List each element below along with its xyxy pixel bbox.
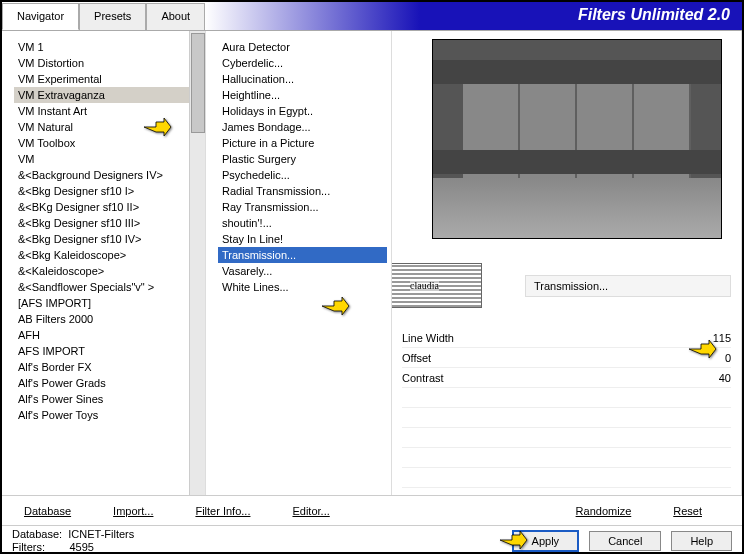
param-name: Contrast (402, 372, 691, 384)
param-row[interactable]: Contrast40 (402, 368, 731, 388)
filter-item[interactable]: Hallucination... (218, 71, 387, 87)
category-item[interactable]: &<Bkg Designer sf10 I> (14, 183, 201, 199)
filter-item[interactable]: Aura Detector (218, 39, 387, 55)
category-item[interactable]: VM Distortion (14, 55, 201, 71)
category-item[interactable]: Alf's Border FX (14, 359, 201, 375)
param-value: 0 (691, 352, 731, 364)
category-item[interactable]: VM 1 (14, 39, 201, 55)
filter-item[interactable]: Picture in a Picture (218, 135, 387, 151)
category-scrollbar[interactable] (189, 31, 205, 495)
category-item[interactable]: Alf's Power Grads (14, 375, 201, 391)
filter-item[interactable]: James Bondage... (218, 119, 387, 135)
category-item[interactable]: &<Bkg Kaleidoscope> (14, 247, 201, 263)
window-title: Filters Unlimited 2.0 (205, 2, 742, 30)
filter-item[interactable]: Stay In Line! (218, 231, 387, 247)
filter-item[interactable]: Plastic Surgery (218, 151, 387, 167)
category-item[interactable]: AFH (14, 327, 201, 343)
filter-list[interactable]: Aura DetectorCyberdelic...Hallucination.… (206, 31, 391, 495)
category-item[interactable]: VM Instant Art (14, 103, 201, 119)
category-item[interactable]: VM Toolbox (14, 135, 201, 151)
editor-link[interactable]: Editor... (280, 501, 341, 521)
reset-link[interactable]: Reset (661, 501, 714, 521)
cancel-button[interactable]: Cancel (589, 531, 661, 551)
param-row (402, 468, 731, 488)
param-row (402, 408, 731, 428)
randomize-link[interactable]: Randomize (564, 501, 644, 521)
param-row[interactable]: Line Width115 (402, 328, 731, 348)
filter-item[interactable]: Cyberdelic... (218, 55, 387, 71)
category-item[interactable]: VM Extravaganza (14, 87, 201, 103)
tab-about[interactable]: About (146, 3, 205, 30)
param-row (402, 448, 731, 468)
param-row[interactable]: Offset0 (402, 348, 731, 368)
category-item[interactable]: VM (14, 151, 201, 167)
category-item[interactable]: Alf's Power Sines (14, 391, 201, 407)
filter-item[interactable]: Psychedelic... (218, 167, 387, 183)
category-item[interactable]: AFS IMPORT (14, 343, 201, 359)
param-name: Offset (402, 352, 691, 364)
param-value: 40 (691, 372, 731, 384)
tab-bar: Navigator Presets About (2, 2, 205, 30)
filter-item[interactable]: Ray Transmission... (218, 199, 387, 215)
param-name: Line Width (402, 332, 691, 344)
filter-item[interactable]: White Lines... (218, 279, 387, 295)
apply-button[interactable]: Apply (512, 530, 580, 552)
category-item[interactable]: &<BKg Designer sf10 II> (14, 199, 201, 215)
category-item[interactable]: [AFS IMPORT] (14, 295, 201, 311)
category-item[interactable]: &<Bkg Designer sf10 IV> (14, 231, 201, 247)
param-row (402, 428, 731, 448)
category-item[interactable]: &<Bkg Designer sf10 III> (14, 215, 201, 231)
database-link[interactable]: Database (12, 501, 83, 521)
param-row (402, 388, 731, 408)
filter-item[interactable]: shoutin'!... (218, 215, 387, 231)
category-item[interactable]: VM Natural (14, 119, 201, 135)
tab-presets[interactable]: Presets (79, 3, 146, 30)
filter-item[interactable]: Radial Transmission... (218, 183, 387, 199)
filter-item[interactable]: Heightline... (218, 87, 387, 103)
help-button[interactable]: Help (671, 531, 732, 551)
category-item[interactable]: &<Kaleidoscope> (14, 263, 201, 279)
category-item[interactable]: Alf's Power Toys (14, 407, 201, 423)
scroll-thumb[interactable] (191, 33, 205, 133)
category-item[interactable]: &<Sandflower Specials"v" > (14, 279, 201, 295)
category-item[interactable]: VM Experimental (14, 71, 201, 87)
filter-item[interactable]: Holidays in Egypt.. (218, 103, 387, 119)
current-filter-label: Transmission... (525, 275, 731, 297)
category-item[interactable]: &<Background Designers IV> (14, 167, 201, 183)
filter-item[interactable]: Transmission... (218, 247, 387, 263)
filter-item[interactable]: Vasarely... (218, 263, 387, 279)
category-item[interactable]: AB Filters 2000 (14, 311, 201, 327)
import-link[interactable]: Import... (101, 501, 165, 521)
category-list[interactable]: VM 1VM DistortionVM ExperimentalVM Extra… (2, 31, 205, 495)
filter-info-link[interactable]: Filter Info... (183, 501, 262, 521)
parameter-panel: Line Width115Offset0Contrast40 (402, 328, 731, 488)
status-bar: Database: ICNET-Filters Filters: 4595 (12, 528, 502, 554)
tab-navigator[interactable]: Navigator (2, 3, 79, 30)
param-value: 115 (691, 332, 731, 344)
watermark-logo: claudia (392, 263, 482, 308)
preview-image (432, 39, 722, 239)
